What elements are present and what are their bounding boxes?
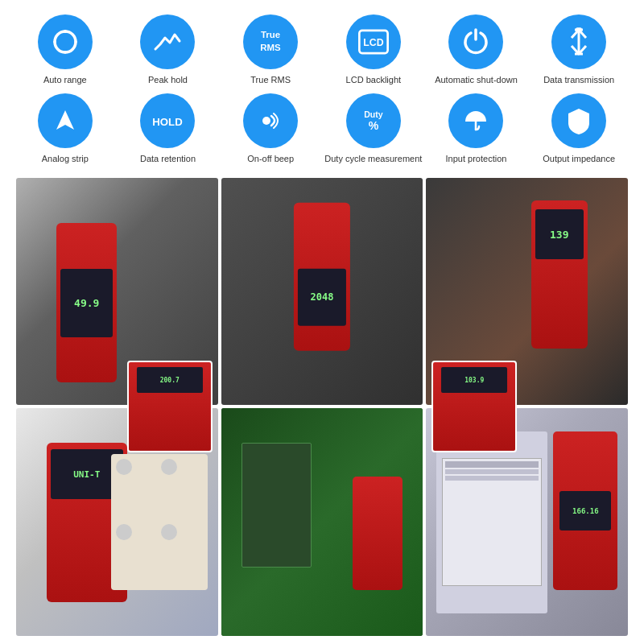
feature-data-retention: HOLD Data retention <box>119 93 217 164</box>
svg-marker-13 <box>56 110 74 130</box>
feature-auto-shutdown: Automatic shut-down <box>427 14 526 85</box>
feature-lcd-backlight: LCD LCD backlight <box>324 14 423 85</box>
true-rms-icon: True RMS <box>243 14 298 69</box>
peak-hold-icon <box>140 14 195 69</box>
auto-range-icon <box>38 14 93 69</box>
page-wrapper: Auto range Peak hold True RMS <box>0 0 644 644</box>
input-protection-icon <box>448 93 503 148</box>
features-section: Auto range Peak hold True RMS <box>0 0 644 173</box>
photo-industrial: 2048 <box>221 178 423 406</box>
svg-text:HOLD: HOLD <box>153 116 183 128</box>
auto-shutdown-label: Automatic shut-down <box>435 74 518 85</box>
photo-circuit-board <box>221 408 423 636</box>
output-impedance-icon <box>551 93 606 148</box>
features-grid: Auto range Peak hold True RMS <box>16 14 628 165</box>
svg-text:Duty: Duty <box>364 110 383 120</box>
lcd-backlight-icon: LCD <box>346 14 401 69</box>
peak-hold-label: Peak hold <box>148 74 188 85</box>
true-rms-label: True RMS <box>250 74 291 85</box>
input-protection-label: Input protection <box>446 153 507 164</box>
svg-text:True: True <box>261 30 280 39</box>
data-transmission-icon <box>551 14 606 69</box>
photos-grid: 49.9 2048 139 UNI-T <box>16 178 628 636</box>
feature-duty-cycle: Duty % Duty cycle measurement <box>324 93 423 164</box>
feature-auto-range: Auto range <box>16 14 114 85</box>
svg-text:LCD: LCD <box>363 37 383 48</box>
feature-input-protection: Input protection <box>427 93 526 164</box>
feature-peak-hold: Peak hold <box>119 14 217 85</box>
output-impedance-label: Output impedance <box>543 153 615 164</box>
duty-cycle-label: Duty cycle measurement <box>324 153 422 164</box>
auto-range-label: Auto range <box>43 74 87 85</box>
svg-text:%: % <box>369 119 379 132</box>
analog-strip-label: Analog strip <box>42 153 89 164</box>
duty-cycle-icon: Duty % <box>346 93 401 148</box>
feature-true-rms: True RMS True RMS <box>221 14 320 85</box>
feature-onoff-beep: On-off beep <box>221 93 320 164</box>
overlay-photo-1: 200.7 <box>127 361 213 452</box>
feature-data-transmission: Data transmission <box>530 14 628 85</box>
overlay-photo-2: 103.9 <box>431 361 517 452</box>
svg-text:RMS: RMS <box>260 43 281 52</box>
photos-section: 49.9 2048 139 UNI-T <box>0 173 644 644</box>
analog-strip-icon <box>38 93 93 148</box>
data-retention-icon: HOLD <box>140 93 195 148</box>
data-retention-label: Data retention <box>140 153 196 164</box>
feature-analog-strip: Analog strip <box>16 93 114 164</box>
feature-output-impedance: Output impedance <box>530 93 628 164</box>
lcd-backlight-label: LCD backlight <box>346 74 401 85</box>
svg-point-16 <box>262 117 270 125</box>
auto-shutdown-icon <box>448 14 503 69</box>
svg-point-0 <box>64 30 67 33</box>
onoff-beep-icon <box>243 93 298 148</box>
data-transmission-label: Data transmission <box>543 74 614 85</box>
onoff-beep-label: On-off beep <box>247 153 294 164</box>
